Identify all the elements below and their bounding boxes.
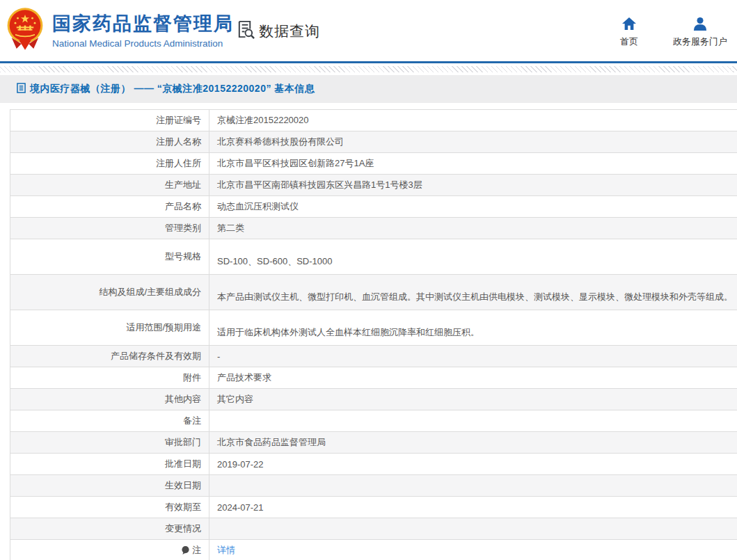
table-row: 备注 — [10, 410, 737, 432]
row-label: 变更情况 — [10, 518, 209, 539]
table-row: 其他内容 其它内容 — [10, 389, 737, 410]
row-label: 有效期至 — [10, 497, 209, 518]
national-emblem-icon — [6, 7, 45, 50]
row-value: 京械注准20152220020 — [209, 110, 737, 131]
row-label: 批准日期 — [10, 454, 209, 474]
row-value: SD-100、SD-600、SD-1000 — [209, 239, 737, 274]
row-label-text: 变更情况 — [165, 522, 201, 535]
row-value — [209, 410, 737, 431]
hatch-divider — [0, 66, 737, 72]
doc-search-icon — [235, 19, 255, 42]
row-label-text: 管理类别 — [165, 222, 201, 234]
row-label: 适用范围/预期用途 — [10, 310, 209, 345]
breadcrumb-band: 境内医疗器械（注册） —— “京械注准20152220020” 基本信息 — [0, 75, 737, 103]
note-bubble-icon — [181, 545, 190, 555]
table-row: 适用范围/预期用途 适用于临床机构体外测试人全血样本红细胞沉降率和红细胞压积。 — [10, 310, 737, 346]
row-label: 产品储存条件及有效期 — [10, 346, 209, 367]
page-header: 国家药品监督管理局 National Medical Products Admi… — [0, 0, 737, 61]
row-value: 北京市昌平区南邵镇科技园东区兴昌路1号1号楼3层 — [209, 175, 737, 195]
row-label-text: 适用范围/预期用途 — [126, 321, 201, 334]
nav-item-label: 政务服务门户 — [673, 35, 727, 48]
table-row: 注册人住所 北京市昌平区科技园区创新路27号1A座 — [10, 153, 737, 175]
table-row: 产品名称 动态血沉压积测试仪 — [10, 196, 737, 218]
row-label: 生产地址 — [10, 175, 209, 195]
row-value: 2019-07-22 — [209, 454, 737, 474]
row-label-text: 型号规格 — [165, 250, 201, 263]
document-list-icon — [17, 83, 26, 95]
table-row: 管理类别 第二类 — [10, 218, 737, 239]
row-label: 结构及组成/主要组成成分 — [10, 275, 209, 310]
row-label-text: 结构及组成/主要组成成分 — [99, 286, 201, 298]
data-query-label: 数据查询 — [259, 22, 320, 41]
row-label: 其他内容 — [10, 389, 209, 410]
detail-table: 注册证编号 京械注准20152220020 注册人名称 北京赛科希德科技股份有限… — [10, 109, 737, 560]
row-value: 北京市昌平区科技园区创新路27号1A座 — [209, 153, 737, 174]
agency-title: 国家药品监督管理局 — [52, 15, 234, 33]
row-value: 产品技术要求 — [209, 367, 737, 388]
home-icon — [621, 15, 637, 31]
row-label-text: 注册人住所 — [156, 157, 201, 170]
nav-item-label: 首页 — [620, 35, 638, 48]
row-label: 审批部门 — [10, 432, 209, 453]
row-label-text: 有效期至 — [165, 501, 201, 513]
row-value: 2024-07-21 — [209, 497, 737, 518]
table-row: 注 详情 — [10, 540, 737, 560]
table-row: 附件 产品技术要求 — [10, 367, 737, 389]
row-label: 注册人住所 — [10, 153, 209, 174]
table-row: 生产地址 北京市昌平区南邵镇科技园东区兴昌路1号1号楼3层 — [10, 175, 737, 196]
row-label-text: 注册人名称 — [156, 136, 201, 148]
row-value — [209, 475, 737, 496]
row-label-text: 批准日期 — [165, 458, 201, 470]
table-row: 有效期至 2024-07-21 — [10, 497, 737, 518]
row-label: 管理类别 — [10, 218, 209, 239]
table-row: 型号规格 SD-100、SD-600、SD-1000 — [10, 239, 737, 275]
row-label-text: 产品名称 — [165, 200, 201, 213]
row-label: 生效日期 — [10, 475, 209, 496]
table-row: 审批部门 北京市食品药品监督管理局 — [10, 432, 737, 454]
row-value: 北京市食品药品监督管理局 — [209, 432, 737, 453]
row-value: 北京赛科希德科技股份有限公司 — [209, 131, 737, 152]
row-label: 注 — [10, 540, 209, 560]
table-row: 注册人名称 北京赛科希德科技股份有限公司 — [10, 131, 737, 153]
row-label: 注册人名称 — [10, 131, 209, 152]
row-label-text: 产品储存条件及有效期 — [111, 350, 201, 362]
row-value: 详情 — [209, 540, 737, 560]
row-label-text: 备注 — [183, 415, 201, 427]
row-value: - — [209, 346, 737, 367]
row-label: 备注 — [10, 410, 209, 431]
nav-item-home[interactable]: 首页 — [619, 15, 640, 48]
row-label-text: 生产地址 — [165, 179, 201, 191]
row-value: 动态血沉压积测试仪 — [209, 196, 737, 217]
top-nav: 首页 政务服务门户 — [619, 15, 727, 48]
row-value — [209, 518, 737, 539]
table-row: 批准日期 2019-07-22 — [10, 454, 737, 475]
row-label: 型号规格 — [10, 239, 209, 274]
nav-item-portal[interactable]: 政务服务门户 — [673, 15, 727, 48]
user-icon — [692, 15, 708, 31]
row-label-text: 其他内容 — [165, 393, 201, 406]
table-row: 生效日期 — [10, 475, 737, 497]
breadcrumb: 境内医疗器械（注册） —— “京械注准20152220020” 基本信息 — [17, 83, 315, 95]
row-label-text: 注册证编号 — [156, 114, 201, 127]
breadcrumb-text: 境内医疗器械（注册） —— “京械注准20152220020” 基本信息 — [30, 83, 315, 95]
row-value: 本产品由测试仪主机、微型打印机、血沉管组成。其中测试仪主机由供电模块、测试模块、… — [209, 275, 737, 310]
row-label-text: 审批部门 — [165, 436, 201, 449]
table-row: 结构及组成/主要组成成分 本产品由测试仪主机、微型打印机、血沉管组成。其中测试仪… — [10, 275, 737, 310]
row-value: 适用于临床机构体外测试人全血样本红细胞沉降率和红细胞压积。 — [209, 310, 737, 345]
row-label: 产品名称 — [10, 196, 209, 217]
row-label-text: 注 — [192, 544, 201, 557]
agency-brand: 国家药品监督管理局 National Medical Products Admi… — [6, 7, 234, 50]
row-label: 附件 — [10, 367, 209, 388]
agency-subtitle: National Medical Products Administration — [52, 38, 234, 49]
row-value: 其它内容 — [209, 389, 737, 410]
row-label-text: 附件 — [183, 371, 201, 384]
data-query-section[interactable]: 数据查询 — [235, 19, 320, 42]
detail-link[interactable]: 详情 — [217, 544, 235, 557]
row-label-text: 生效日期 — [165, 479, 201, 492]
table-row: 产品储存条件及有效期 - — [10, 346, 737, 367]
row-value: 第二类 — [209, 218, 737, 239]
table-row: 注册证编号 京械注准20152220020 — [10, 110, 737, 131]
row-label: 注册证编号 — [10, 110, 209, 131]
table-row: 变更情况 — [10, 518, 737, 540]
